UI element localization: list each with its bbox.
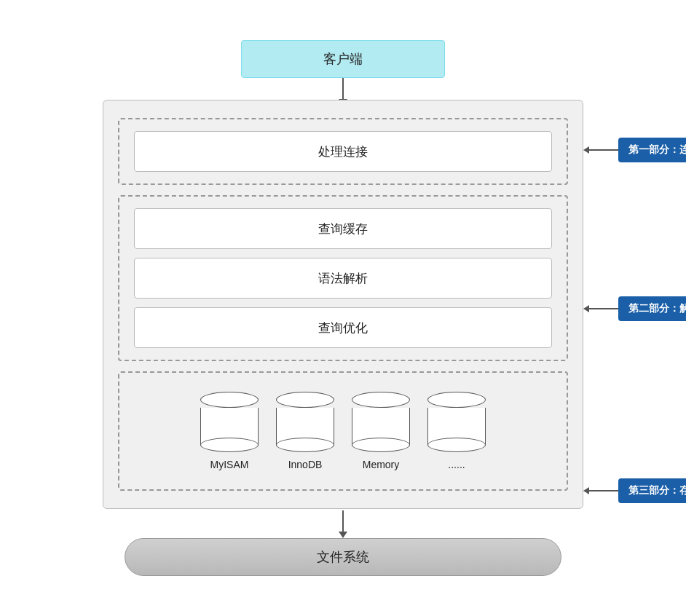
mysql-box-wrapper: 处理连接 查询缓存 语法解析 查询优化	[103, 100, 583, 509]
cylinder-body-myisam	[200, 408, 259, 446]
line-2	[589, 308, 618, 309]
cylinder-top-ellipsis	[427, 392, 486, 408]
badge-connection-text: 第一部分：连接管理	[628, 143, 686, 155]
innodb-label: InnoDB	[288, 459, 323, 470]
badge-storage: 第三部分：存储引擎	[618, 478, 686, 503]
line-1	[589, 149, 618, 151]
arrowhead-2	[583, 305, 589, 312]
cylinder-body-innodb	[276, 408, 334, 446]
badge-parsing-text: 第二部分：解析与优化	[628, 302, 686, 314]
syntax-parse-label: 语法解析	[318, 270, 368, 287]
inner-box-connection: 处理连接	[134, 131, 552, 172]
cylinder-body-memory	[352, 408, 410, 446]
ellipsis-label: ......	[448, 459, 465, 470]
cylinder-bottom-myisam	[200, 438, 259, 452]
cylinder-memory: Memory	[352, 392, 410, 470]
badge-wrapper-2: 第二部分：解析与优化	[583, 296, 686, 321]
badge-wrapper-1: 第一部分：连接管理	[583, 138, 686, 162]
cylinder-bottom-ellipsis	[427, 438, 486, 452]
badge-storage-text: 第三部分：存储引擎	[628, 484, 686, 496]
myisam-label: MyISAM	[210, 459, 249, 470]
arrow-client-to-mysql	[342, 78, 344, 100]
section-storage: MyISAM InnoDB	[118, 371, 568, 491]
diagram-container: 客户端 处理连接 查询缓存 语法解析 查询优化	[30, 40, 656, 576]
badge-parsing: 第二部分：解析与优化	[618, 296, 686, 321]
cylinder-body-ellipsis	[427, 408, 486, 446]
filesystem-box: 文件系统	[125, 538, 561, 576]
cylinder-innodb: InnoDB	[276, 392, 334, 470]
inner-box-syntax-parse: 语法解析	[134, 258, 552, 299]
arrowhead-1	[583, 146, 589, 154]
cylinder-ellipsis: ......	[427, 392, 486, 470]
right-labels: 第一部分：连接管理 第二部分：解析与优化 第三部分：存储引擎	[583, 100, 686, 509]
memory-label: Memory	[363, 459, 400, 470]
line-3	[589, 490, 618, 491]
arrow-mysql-to-fs	[342, 510, 344, 532]
query-cache-label: 查询缓存	[318, 221, 368, 237]
inner-box-query-optimize: 查询优化	[134, 307, 552, 348]
filesystem-label: 文件系统	[317, 548, 369, 566]
cylinder-top-innodb	[276, 392, 334, 408]
engines-row: MyISAM InnoDB	[134, 384, 552, 478]
badge-wrapper-3: 第三部分：存储引擎	[583, 478, 686, 503]
client-label: 客户端	[323, 50, 363, 68]
badge-connection: 第一部分：连接管理	[618, 138, 686, 162]
cylinder-myisam: MyISAM	[200, 392, 259, 470]
section-parsing: 查询缓存 语法解析 查询优化	[118, 195, 568, 361]
query-optimize-label: 查询优化	[318, 320, 368, 336]
cylinder-top-myisam	[200, 392, 259, 408]
connection-label: 处理连接	[318, 143, 368, 160]
cylinder-bottom-memory	[352, 438, 410, 452]
inner-box-query-cache: 查询缓存	[134, 208, 552, 249]
cylinder-top-memory	[352, 392, 410, 408]
cylinder-bottom-innodb	[276, 438, 334, 452]
arrowhead-3	[583, 487, 589, 494]
section-connection: 处理连接	[118, 118, 568, 185]
client-box: 客户端	[241, 40, 445, 78]
mysql-box: 处理连接 查询缓存 语法解析 查询优化	[103, 100, 583, 509]
